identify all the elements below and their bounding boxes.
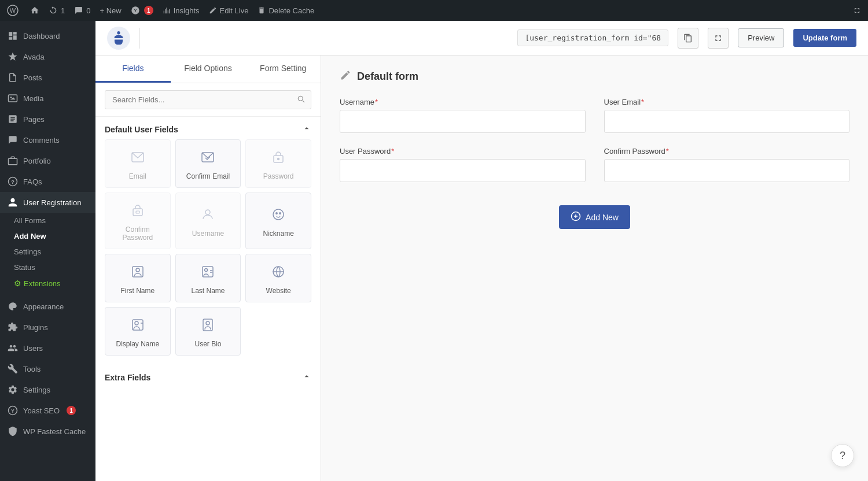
sidebar-label-faqs: FAQs bbox=[23, 177, 42, 186]
add-new-button[interactable]: Add New bbox=[559, 205, 630, 229]
confirm-password-icon bbox=[131, 204, 145, 221]
sidebar-item-posts[interactable]: Posts bbox=[0, 67, 95, 88]
user-password-label: User Password* bbox=[340, 147, 586, 156]
admin-bar-fullscreen[interactable] bbox=[853, 6, 861, 14]
comments-count: 0 bbox=[86, 6, 90, 15]
yoast-sidebar-badge: 1 bbox=[67, 406, 76, 415]
sidebar-sub-settings[interactable]: Settings bbox=[0, 244, 95, 260]
field-username[interactable]: Username bbox=[175, 193, 241, 249]
last-name-icon bbox=[201, 265, 215, 282]
left-tabs: Fields Field Options Form Setting bbox=[95, 56, 321, 83]
field-display-name[interactable]: Display Name bbox=[105, 307, 171, 356]
sidebar-item-comments[interactable]: Comments bbox=[0, 130, 95, 150]
sidebar-item-faqs[interactable]: ? FAQs bbox=[0, 171, 95, 192]
comments-icon bbox=[7, 134, 19, 146]
extra-fields-expand-icon[interactable] bbox=[302, 372, 311, 383]
admin-bar-comments[interactable]: 0 bbox=[74, 6, 90, 15]
tab-field-options[interactable]: Field Options bbox=[171, 56, 246, 83]
admin-bar-yoast[interactable]: Y 1 bbox=[131, 6, 153, 15]
wp-logo[interactable]: W bbox=[7, 5, 19, 16]
sidebar-item-pages[interactable]: Pages bbox=[0, 109, 95, 130]
search-input[interactable] bbox=[105, 90, 311, 109]
updates-count: 1 bbox=[61, 6, 65, 15]
user-registration-icon bbox=[7, 197, 19, 208]
dashboard-icon bbox=[7, 30, 19, 42]
sidebar-item-portfolio[interactable]: Portfolio bbox=[0, 150, 95, 171]
admin-bar-updates[interactable]: 1 bbox=[49, 6, 65, 15]
user-bio-label: User Bio bbox=[194, 340, 221, 348]
username-field-icon bbox=[201, 208, 215, 225]
expand-button[interactable] bbox=[708, 28, 729, 49]
first-name-label: First Name bbox=[120, 287, 155, 295]
sidebar-item-users[interactable]: Users bbox=[0, 338, 95, 358]
svg-text:?: ? bbox=[11, 179, 14, 185]
field-first-name[interactable]: First Name bbox=[105, 254, 171, 302]
field-email[interactable]: Email bbox=[105, 139, 171, 188]
sidebar-item-plugins[interactable]: Plugins bbox=[0, 317, 95, 338]
shortcode-display: [user_registration_form id="68 bbox=[517, 29, 668, 46]
plugins-icon bbox=[7, 321, 19, 333]
tab-fields[interactable]: Fields bbox=[95, 56, 171, 83]
add-new-plus-icon bbox=[571, 211, 581, 223]
copy-shortcode-button[interactable] bbox=[678, 28, 698, 49]
admin-bar-delete-cache[interactable]: Delete Cache bbox=[258, 6, 314, 15]
sidebar-sub-extensions[interactable]: ⚙ Extensions bbox=[0, 275, 95, 291]
field-user-bio[interactable]: User Bio bbox=[175, 307, 241, 356]
sidebar-label-media: Media bbox=[23, 94, 43, 103]
sidebar-sub-add-new[interactable]: Add New bbox=[0, 228, 95, 244]
field-confirm-password[interactable]: Confirm Password bbox=[105, 193, 171, 249]
sidebar-item-dashboard[interactable]: Dashboard bbox=[0, 25, 95, 46]
website-label: Website bbox=[266, 287, 291, 295]
preview-button[interactable]: Preview bbox=[738, 28, 784, 47]
sidebar-item-tools[interactable]: Tools bbox=[0, 358, 95, 379]
posts-icon bbox=[7, 72, 19, 83]
field-last-name[interactable]: Last Name bbox=[175, 254, 241, 302]
add-new-section: Add New bbox=[340, 196, 849, 238]
admin-bar: W 1 0 + New Y 1 Insights Edit Live Delet… bbox=[0, 0, 868, 21]
tab-form-setting[interactable]: Form Setting bbox=[245, 56, 321, 83]
admin-bar-home[interactable] bbox=[30, 6, 39, 15]
sidebar-label-settings: Settings bbox=[23, 386, 50, 394]
nickname-icon bbox=[271, 208, 285, 225]
user-email-input[interactable] bbox=[604, 110, 850, 133]
svg-point-12 bbox=[107, 27, 130, 50]
user-password-input[interactable] bbox=[340, 159, 586, 182]
sidebar-item-appearance[interactable]: Appearance bbox=[0, 296, 95, 317]
media-icon bbox=[7, 92, 19, 104]
svg-text:Y: Y bbox=[11, 409, 14, 414]
help-button[interactable]: ? bbox=[831, 444, 854, 467]
field-confirm-email[interactable]: Confirm Email bbox=[175, 139, 241, 188]
sidebar: Dashboard Avada Posts Media Pages bbox=[0, 21, 95, 481]
confirm-password-input[interactable] bbox=[604, 159, 850, 182]
sidebar-sub-status[interactable]: Status bbox=[0, 260, 95, 275]
field-nickname[interactable]: Nickname bbox=[245, 193, 311, 249]
sidebar-item-media[interactable]: Media bbox=[0, 88, 95, 109]
field-password[interactable]: Password bbox=[245, 139, 311, 188]
form-edit-icon bbox=[340, 69, 351, 84]
sidebar-item-settings[interactable]: Settings bbox=[0, 379, 95, 400]
first-name-icon bbox=[131, 265, 145, 282]
pages-icon bbox=[7, 113, 19, 125]
tools-icon bbox=[7, 363, 19, 375]
svg-point-24 bbox=[136, 268, 139, 272]
username-field-label: Username bbox=[192, 230, 224, 238]
plugin-logo bbox=[107, 27, 130, 50]
update-form-button[interactable]: Update form bbox=[793, 29, 856, 47]
sidebar-item-user-registration[interactable]: User Registration bbox=[0, 192, 95, 213]
plugin-header: [user_registration_form id="68 Preview U… bbox=[95, 21, 868, 56]
sidebar-sub-all-forms[interactable]: All Forms bbox=[0, 213, 95, 228]
admin-bar-edit-live[interactable]: Edit Live bbox=[209, 6, 249, 15]
form-title: Default form bbox=[357, 71, 418, 83]
collapse-icon[interactable] bbox=[302, 124, 311, 135]
admin-bar-insights[interactable]: Insights bbox=[163, 6, 200, 15]
username-input[interactable] bbox=[340, 110, 586, 133]
field-website[interactable]: Website bbox=[245, 254, 311, 302]
admin-bar-new[interactable]: + New bbox=[100, 6, 121, 15]
sidebar-item-avada[interactable]: Avada bbox=[0, 46, 95, 67]
sidebar-item-yoast[interactable]: Y Yoast SEO 1 bbox=[0, 400, 95, 421]
password-field-label: Password bbox=[263, 172, 294, 180]
right-panel: Default form Username* User Email* bbox=[321, 56, 868, 481]
sidebar-label-posts: Posts bbox=[23, 73, 42, 82]
sidebar-item-wp-fastest-cache[interactable]: WP Fastest Cache bbox=[0, 421, 95, 442]
content-area: [user_registration_form id="68 Preview U… bbox=[95, 21, 868, 481]
